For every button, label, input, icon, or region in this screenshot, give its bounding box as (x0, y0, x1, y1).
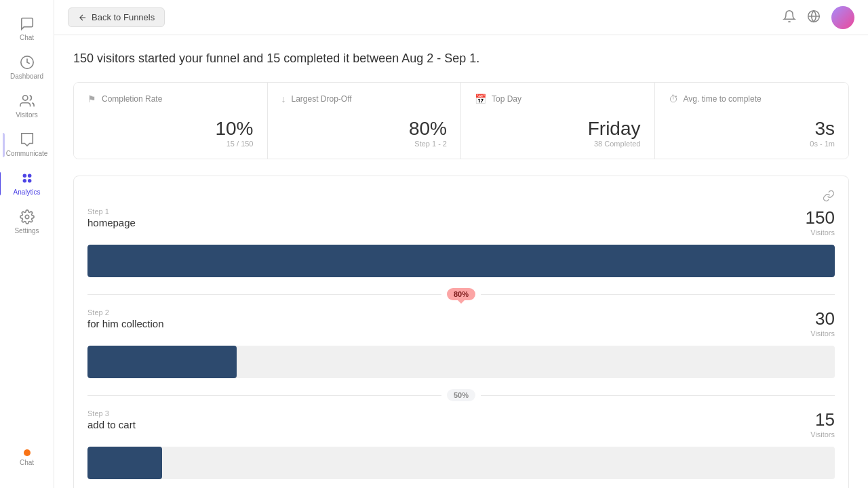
drop-line-left-1 (87, 294, 441, 295)
link-icon[interactable] (823, 190, 835, 202)
stat-label-avgtime: Avg. time to complete (684, 94, 762, 104)
step-3-label: Step 3 (87, 409, 136, 418)
step-1-bar-fill (87, 245, 835, 277)
stat-label-topday: Top Day (492, 94, 521, 104)
back-button-label: Back to Funnels (92, 12, 155, 22)
step-1-name: homepage (87, 217, 136, 228)
globe-button[interactable] (807, 9, 821, 26)
stat-sub-topday: 38 Completed (475, 140, 641, 148)
stat-value-avgtime: 3s (669, 118, 835, 140)
step-3-bar-container (87, 447, 835, 479)
drop-divider-2: 50% (87, 389, 835, 401)
chat-bottom[interactable]: Chat (14, 444, 39, 472)
drop-line-right-2 (481, 395, 835, 396)
stat-value-completion: 10% (87, 118, 254, 140)
funnel-step-3: Step 3 add to cart 15 Visitors (87, 409, 835, 479)
step-2-label: Step 2 (87, 308, 164, 317)
sidebar-bottom: Chat (14, 444, 39, 477)
sidebar-item-chat[interactable]: Chat (3, 11, 52, 47)
stat-sub-completion: 15 / 150 (87, 140, 254, 148)
drop-badge-2: 50% (447, 389, 475, 401)
step-1-bar-container (87, 245, 835, 277)
step-2-header: Step 2 for him collection 30 Visitors (87, 308, 835, 338)
stat-value-dropoff: 80% (281, 118, 448, 140)
step-2-visitors-count: 30 (810, 308, 835, 329)
chat-online-dot (24, 449, 31, 456)
stat-header-dropoff: ↓ Largest Drop-Off (281, 94, 448, 104)
svg-point-4 (22, 179, 26, 183)
step-3-visitors: 15 Visitors (810, 409, 835, 439)
calendar-icon: 📅 (475, 94, 486, 104)
step-1-header: Step 1 homepage 150 Visitors (87, 207, 835, 237)
step-3-bar-fill (87, 447, 162, 479)
step-3-info: Step 3 add to cart (87, 409, 136, 430)
communicate-icon (20, 132, 35, 147)
svg-point-6 (25, 215, 29, 219)
flag-icon: ⚑ (87, 94, 96, 104)
funnel-headline: 150 visitors started your funnel and 15 … (73, 52, 849, 66)
sidebar-item-settings-label: Settings (14, 227, 39, 235)
svg-point-5 (27, 179, 31, 183)
svg-point-1 (22, 96, 27, 100)
active-indicator (3, 133, 5, 157)
chat-icon (20, 16, 35, 31)
chat-bottom-label: Chat (20, 459, 34, 466)
step-1-visitors: 150 Visitors (806, 207, 835, 237)
step-2-visitors: 30 Visitors (810, 308, 835, 338)
topbar-right (783, 6, 854, 29)
stat-header-avgtime: ⏱ Avg. time to complete (669, 94, 835, 104)
stat-completion-rate: ⚑ Completion Rate 10% 15 / 150 (74, 83, 268, 159)
stat-sub-avgtime: 0s - 1m (669, 140, 835, 148)
sidebar-item-settings[interactable]: Settings (3, 204, 52, 240)
user-avatar[interactable] (831, 6, 854, 29)
stats-row: ⚑ Completion Rate 10% 15 / 150 ↓ Largest… (73, 82, 849, 159)
funnel-visualization: Step 1 homepage 150 Visitors 80% (73, 176, 849, 488)
step-1-label: Step 1 (87, 207, 136, 216)
funnel-step-1: Step 1 homepage 150 Visitors (87, 207, 835, 277)
step-2-bar-container (87, 346, 835, 378)
stat-label-completion: Completion Rate (102, 94, 162, 104)
analytics-icon (20, 171, 35, 186)
step-3-visitors-count: 15 (810, 409, 835, 430)
stat-top-day: 📅 Top Day Friday 38 Completed (461, 83, 655, 159)
stat-header-completion: ⚑ Completion Rate (87, 94, 254, 104)
step-1-visitors-count: 150 (806, 207, 835, 228)
globe-icon (807, 9, 821, 23)
step-1-visitors-label: Visitors (806, 228, 835, 237)
step-2-name: for him collection (87, 318, 164, 329)
drop-divider-1: 80% (87, 288, 835, 300)
clock-icon: ⏱ (669, 94, 678, 104)
sidebar-item-visitors[interactable]: Visitors (3, 88, 52, 124)
stat-value-topday: Friday (475, 118, 641, 140)
drop-line-right-1 (481, 294, 835, 295)
main-area: Back to Funnels 150 vi (54, 0, 868, 488)
stat-avg-time: ⏱ Avg. time to complete 3s 0s - 1m (655, 83, 849, 159)
step-3-name: add to cart (87, 419, 136, 430)
notification-bell[interactable] (783, 9, 796, 26)
stat-header-topday: 📅 Top Day (475, 94, 641, 104)
sidebar-item-dashboard-label: Dashboard (10, 73, 43, 80)
stat-label-dropoff: Largest Drop-Off (292, 94, 352, 104)
stat-largest-dropoff: ↓ Largest Drop-Off 80% Step 1 - 2 (268, 83, 462, 159)
sidebar-item-communicate[interactable]: Communicate (3, 127, 52, 163)
arrow-left-icon (78, 13, 87, 22)
visitors-icon (20, 94, 35, 108)
sidebar: Chat Dashboard Visitors Communicate (0, 0, 54, 488)
sidebar-item-dashboard[interactable]: Dashboard (3, 49, 52, 85)
sidebar-item-communicate-label: Communicate (6, 150, 48, 157)
funnel-step-2: Step 2 for him collection 30 Visitors (87, 308, 835, 378)
sidebar-item-analytics-label: Analytics (13, 188, 40, 196)
step-2-bar-fill (87, 346, 237, 378)
sidebar-item-analytics[interactable]: Analytics (3, 165, 52, 201)
dashboard-icon (20, 55, 35, 70)
stat-sub-dropoff: Step 1 - 2 (281, 140, 448, 148)
step-2-visitors-label: Visitors (810, 329, 835, 338)
svg-point-3 (27, 174, 31, 178)
topbar: Back to Funnels (54, 0, 868, 35)
settings-icon (20, 209, 35, 224)
back-to-funnels-button[interactable]: Back to Funnels (68, 7, 165, 27)
drop-line-left-2 (87, 395, 441, 396)
svg-point-2 (22, 174, 26, 178)
sidebar-item-visitors-label: Visitors (16, 111, 38, 119)
bell-icon (783, 9, 796, 23)
